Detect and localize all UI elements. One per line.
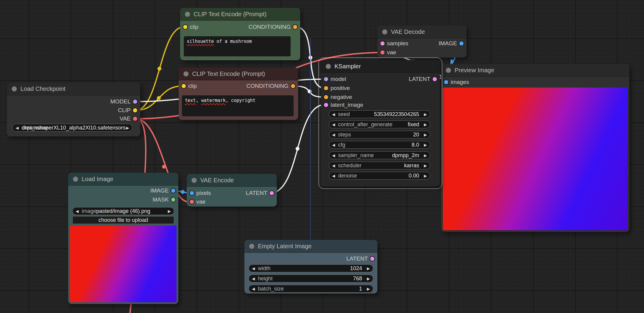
steps-widget[interactable]: ◀ steps 20 ▶	[329, 131, 430, 139]
next-arrow-icon[interactable]: ▶	[367, 287, 370, 291]
clip-input-port[interactable]	[183, 24, 188, 30]
scheduler-widget[interactable]: ◀ scheduler karras ▶	[329, 162, 430, 169]
prev-arrow-icon[interactable]: ◀	[332, 174, 335, 178]
node-vae-encode[interactable]: VAE Encode pixels LATENT vae	[187, 174, 277, 207]
batch-size-widget[interactable]: ◀ batch_size 1 ▶	[249, 285, 373, 293]
node-load-checkpoint[interactable]: Load Checkpoint MODEL CLIP VAE ◀ ckpt_na…	[7, 82, 140, 136]
prompt-textarea[interactable]: text, watermark, copyright	[182, 95, 294, 116]
node-load-image[interactable]: Load Image IMAGE MASK ◀ image pasted/ima…	[68, 173, 178, 304]
output-label: LATENT	[246, 190, 267, 196]
next-arrow-icon[interactable]: ▶	[367, 266, 370, 271]
next-arrow-icon[interactable]: ▶	[126, 126, 129, 130]
model-input-port[interactable]	[323, 76, 329, 82]
control-after-generate-widget[interactable]: ◀ control_after_generate fixed ▶	[329, 121, 430, 128]
node-header[interactable]: KSampler	[321, 60, 440, 73]
prev-arrow-icon[interactable]: ◀	[252, 266, 255, 271]
node-clip-text-encode-negative[interactable]: CLIP Text Encode (Prompt) clip CONDITION…	[179, 67, 298, 120]
collapse-dot-icon[interactable]	[326, 64, 331, 69]
node-empty-latent-image[interactable]: Empty Latent Image LATENT ◀ width 1024 ▶…	[244, 240, 377, 294]
prev-arrow-icon[interactable]: ◀	[332, 163, 335, 168]
node-preview-image[interactable]: Preview Image images	[441, 64, 629, 232]
node-vae-decode[interactable]: VAE Decode samples IMAGE vae	[377, 25, 467, 58]
prev-arrow-icon[interactable]: ◀	[332, 112, 335, 117]
prev-arrow-icon[interactable]: ◀	[332, 143, 335, 147]
node-header[interactable]: VAE Decode	[377, 25, 467, 38]
prev-arrow-icon[interactable]: ◀	[332, 133, 335, 137]
clip-output-port[interactable]	[132, 108, 138, 113]
widget-label: batch_size	[258, 286, 284, 292]
clip-input-port[interactable]	[181, 83, 186, 89]
sampler-name-widget[interactable]: ◀ sampler_name dpmpp_2m ▶	[329, 151, 430, 159]
images-input-port[interactable]	[443, 79, 449, 85]
node-header[interactable]: CLIP Text Encode (Prompt)	[179, 67, 298, 80]
prev-arrow-icon[interactable]: ◀	[332, 153, 335, 158]
samples-input-port[interactable]	[380, 41, 385, 46]
next-arrow-icon[interactable]: ▶	[424, 133, 427, 137]
next-arrow-icon[interactable]: ▶	[424, 174, 427, 178]
image-output-port[interactable]	[171, 188, 176, 193]
seed-widget[interactable]: ◀ seed 535349223504265 ▶	[329, 110, 430, 118]
next-arrow-icon[interactable]: ▶	[424, 163, 427, 168]
collapse-dot-icon[interactable]	[382, 29, 387, 34]
conditioning-output-port[interactable]	[292, 24, 298, 30]
next-arrow-icon[interactable]: ▶	[424, 153, 427, 158]
wire-midpoint-dot	[162, 165, 166, 169]
next-arrow-icon[interactable]: ▶	[367, 276, 370, 281]
image-output-port[interactable]	[459, 41, 464, 46]
latent-output-port[interactable]	[370, 256, 375, 261]
node-header[interactable]: Load Checkpoint	[7, 82, 140, 95]
node-header[interactable]: CLIP Text Encode (Prompt)	[180, 8, 300, 21]
collapse-dot-icon[interactable]	[446, 68, 451, 73]
port-row: images	[441, 79, 629, 85]
input-label: negative	[331, 94, 352, 100]
collapse-dot-icon[interactable]	[185, 12, 190, 17]
widget-value: 20	[413, 132, 419, 138]
collapse-dot-icon[interactable]	[183, 71, 189, 76]
next-arrow-icon[interactable]: ▶	[424, 143, 427, 147]
node-header[interactable]: Load Image	[68, 173, 178, 186]
next-arrow-icon[interactable]: ▶	[424, 122, 427, 127]
prev-arrow-icon[interactable]: ◀	[252, 287, 255, 291]
node-clip-text-encode-positive[interactable]: CLIP Text Encode (Prompt) clip CONDITION…	[180, 8, 300, 60]
latent-output-port[interactable]	[269, 190, 274, 196]
positive-input-port[interactable]	[323, 85, 329, 91]
latent-output-port[interactable]	[432, 76, 437, 82]
vae-input-port[interactable]	[189, 199, 195, 204]
image-file-combo[interactable]: ◀ image pasted/image (46).png ▶	[72, 207, 174, 215]
mask-output-port[interactable]	[171, 197, 176, 202]
node-graph-canvas[interactable]: Load Checkpoint MODEL CLIP VAE ◀ ckpt_na…	[0, 0, 644, 313]
node-header[interactable]: Empty Latent Image	[244, 240, 377, 253]
latent-image-input-port[interactable]	[323, 102, 329, 108]
prev-arrow-icon[interactable]: ◀	[252, 276, 255, 281]
collapse-dot-icon[interactable]	[73, 177, 78, 182]
prompt-word: text	[185, 98, 196, 103]
width-widget[interactable]: ◀ width 1024 ▶	[249, 264, 373, 272]
vae-input-port[interactable]	[380, 50, 385, 55]
output-row: LATENT	[244, 256, 377, 262]
negative-input-port[interactable]	[323, 94, 329, 100]
denoise-widget[interactable]: ◀ denoise 0.00 ▶	[329, 172, 430, 180]
model-output-port[interactable]	[132, 99, 138, 104]
combo-value: dreamshaperXL10_alpha2Xl10.safetensors	[22, 125, 123, 131]
choose-file-button[interactable]: choose file to upload	[72, 216, 174, 224]
prev-arrow-icon[interactable]: ◀	[76, 209, 79, 213]
collapse-dot-icon[interactable]	[192, 178, 197, 183]
node-ksampler[interactable]: KSampler model LATENT positive negative …	[321, 60, 440, 186]
node-header[interactable]: VAE Encode	[187, 174, 277, 187]
vae-output-port[interactable]	[132, 116, 138, 121]
node-header[interactable]: Preview Image	[441, 64, 629, 77]
widget-label: scheduler	[338, 162, 361, 169]
output-row: MASK	[68, 197, 178, 203]
height-widget[interactable]: ◀ height 768 ▶	[249, 275, 373, 282]
prev-arrow-icon[interactable]: ◀	[332, 122, 335, 127]
prev-arrow-icon[interactable]: ◀	[16, 126, 19, 130]
conditioning-output-port[interactable]	[290, 83, 296, 89]
collapse-dot-icon[interactable]	[249, 244, 254, 249]
next-arrow-icon[interactable]: ▶	[168, 209, 171, 213]
prompt-textarea[interactable]: silhouette of a mushroom	[184, 36, 291, 56]
pixels-input-port[interactable]	[189, 190, 195, 196]
collapse-dot-icon[interactable]	[12, 86, 17, 91]
ckpt-name-combo[interactable]: ◀ ckpt_name dreamshaperXL10_alpha2Xl10.s…	[12, 124, 132, 132]
next-arrow-icon[interactable]: ▶	[424, 112, 427, 117]
cfg-widget[interactable]: ◀ cfg 8.0 ▶	[329, 141, 430, 149]
